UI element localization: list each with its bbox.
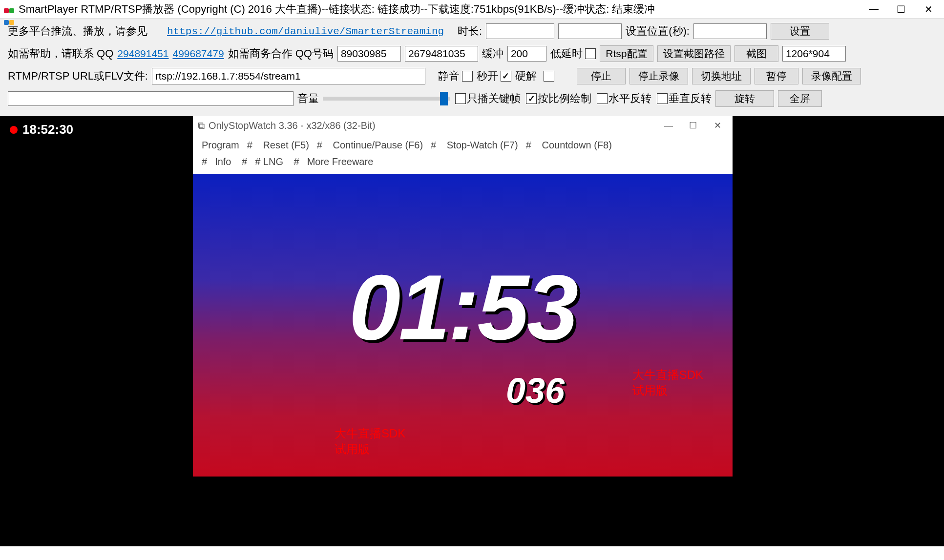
qq-link-1[interactable]: 294891451 <box>117 48 168 60</box>
buffer-label: 缓冲 <box>482 46 503 61</box>
mute-label: 静音 <box>438 69 460 83</box>
screenshot-button[interactable]: 截图 <box>734 45 778 62</box>
app-icon <box>4 4 15 15</box>
stopwatch-time: 01:53 <box>349 254 577 360</box>
qq-link-2[interactable]: 499687479 <box>172 48 224 60</box>
screenshot-path-button[interactable]: 设置截图路径 <box>657 45 731 62</box>
stopwatch-minimize-button[interactable]: — <box>656 121 681 131</box>
resolution-field[interactable] <box>782 46 846 62</box>
keyframe-only-label: 只播关键帧 <box>467 91 521 106</box>
flip-h-label: 水平反转 <box>608 91 651 106</box>
fast-open-checkbox[interactable] <box>501 71 511 82</box>
github-link[interactable]: https://github.com/daniulive/SmarterStre… <box>167 26 444 37</box>
maximize-button[interactable]: ☐ <box>887 0 915 18</box>
volume-label: 音量 <box>297 91 319 106</box>
stopwatch-titlebar: ⧉ OnlyStopWatch 3.36 - x32/x86 (32-Bit) … <box>193 116 733 135</box>
help-label: 如需帮助，请联系 QQ <box>8 46 113 61</box>
control-panel: 更多平台推流、播放，请参见 https://github.com/daniuli… <box>0 19 944 116</box>
hardware-decode-checkbox[interactable] <box>544 71 554 82</box>
buffer-field[interactable] <box>507 46 546 62</box>
recording-dot-icon <box>10 126 18 134</box>
low-latency-label: 低延时 <box>550 46 583 61</box>
position-field[interactable] <box>558 23 622 39</box>
url-field[interactable] <box>152 68 425 84</box>
switch-url-button[interactable]: 切换地址 <box>692 68 751 84</box>
stopwatch-maximize-button[interactable]: ☐ <box>681 120 705 131</box>
extra-field[interactable] <box>8 91 294 106</box>
fullscreen-button[interactable]: 全屏 <box>778 90 822 107</box>
fast-open-label: 秒开 <box>477 69 498 83</box>
video-area: 18:52:30 ⧉ OnlyStopWatch 3.36 - x32/x86 … <box>0 116 944 546</box>
rtsp-config-button[interactable]: Rtsp配置 <box>600 45 653 62</box>
recording-clock: 18:52:30 <box>22 122 73 137</box>
stopwatch-display: 01:53 036 大牛直播SDK试用版 大牛直播SDK试用版 <box>193 174 733 477</box>
flip-h-checkbox[interactable] <box>597 93 608 104</box>
video-frame: ⧉ OnlyStopWatch 3.36 - x32/x86 (32-Bit) … <box>193 116 733 546</box>
watermark-1: 大牛直播SDK试用版 <box>335 426 405 457</box>
flip-v-label: 垂直反转 <box>669 91 712 106</box>
business-qq-2[interactable] <box>405 46 478 62</box>
set-position-label: 设置位置(秒): <box>626 24 690 39</box>
duration-field[interactable] <box>486 23 554 39</box>
flip-v-checkbox[interactable] <box>657 93 668 104</box>
stopwatch-menu[interactable]: Program# Reset (F5)# Continue/Pause (F6)… <box>193 135 733 174</box>
stopwatch-window: ⧉ OnlyStopWatch 3.36 - x32/x86 (32-Bit) … <box>193 116 733 477</box>
scale-checkbox[interactable] <box>526 93 537 104</box>
window-titlebar: SmartPlayer RTMP/RTSP播放器 (Copyright (C) … <box>0 0 944 19</box>
watermark-2: 大牛直播SDK试用版 <box>632 367 703 398</box>
rotate-button[interactable]: 旋转 <box>715 90 774 107</box>
business-label: 如需商务合作 QQ号码 <box>228 46 334 61</box>
minimize-button[interactable]: — <box>860 0 887 18</box>
volume-slider[interactable] <box>323 97 450 101</box>
stop-record-button[interactable]: 停止录像 <box>629 68 688 84</box>
pause-button[interactable]: 暂停 <box>755 68 798 84</box>
low-latency-checkbox[interactable] <box>585 48 596 59</box>
duration-label: 时长: <box>458 24 482 39</box>
more-platforms-label: 更多平台推流、播放，请参见 <box>8 24 147 39</box>
window-title: SmartPlayer RTMP/RTSP播放器 (Copyright (C) … <box>19 2 860 17</box>
scale-label: 按比例绘制 <box>538 91 591 106</box>
url-label: RTMP/RTSP URL或FLV文件: <box>8 69 148 83</box>
keyframe-only-checkbox[interactable] <box>455 93 466 104</box>
recording-indicator: 18:52:30 <box>10 122 73 137</box>
mute-checkbox[interactable] <box>462 71 473 82</box>
business-qq-1[interactable] <box>337 46 401 62</box>
hardware-decode-label: 硬解 <box>515 69 537 83</box>
stop-button[interactable]: 停止 <box>577 68 626 84</box>
record-config-button[interactable]: 录像配置 <box>802 68 861 84</box>
close-button[interactable]: ✕ <box>915 0 942 18</box>
stopwatch-title: OnlyStopWatch 3.36 - x32/x86 (32-Bit) <box>209 120 376 131</box>
stopwatch-milliseconds: 036 <box>506 371 565 411</box>
stopwatch-icon: ⧉ <box>198 120 205 131</box>
set-position-field[interactable] <box>693 23 767 39</box>
set-position-button[interactable]: 设置 <box>771 23 829 40</box>
stopwatch-close-button[interactable]: ✕ <box>705 120 730 131</box>
